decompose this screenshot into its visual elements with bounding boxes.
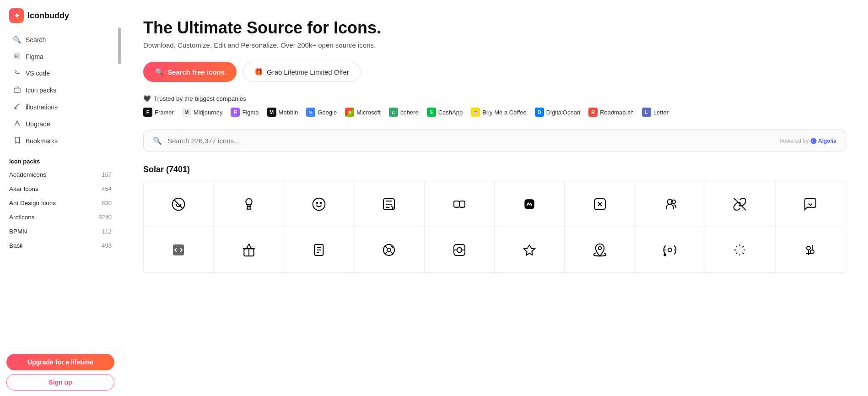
icon-search-bar[interactable]: 🔍 Powered by A Algolia <box>143 130 846 152</box>
figma-icon: F <box>13 53 21 60</box>
icon-cell-19[interactable] <box>705 227 775 273</box>
scrollbar-thumb[interactable] <box>118 27 121 64</box>
grab-lifetime-button[interactable]: 🎁 Grab Lifetime Limited Offer <box>243 62 361 82</box>
sidebar-item-label: illustrations <box>26 103 58 111</box>
icon-cell-15[interactable] <box>425 227 495 273</box>
icon-cell-17[interactable] <box>565 227 635 273</box>
icon-cell-18[interactable] <box>635 227 705 273</box>
trust-logo-cashapp: $ CashApp <box>427 108 463 117</box>
icon-cell-6[interactable] <box>495 181 565 227</box>
icon-cell-1[interactable] <box>144 181 214 227</box>
icon-cell-5[interactable] <box>425 181 495 227</box>
hero-subtitle: Download, Customize, Edit and Personaliz… <box>143 41 846 49</box>
icon-cell-9[interactable] <box>705 181 775 227</box>
svg-point-37 <box>598 246 601 250</box>
icon-cell-2[interactable] <box>214 181 284 227</box>
trust-logo-letter: L Letter <box>642 108 669 117</box>
pack-count: 157 <box>102 171 112 178</box>
pack-count: 454 <box>102 185 112 192</box>
pack-bpmn[interactable]: BPMN 112 <box>0 224 121 239</box>
pack-name: Arcticons <box>9 214 35 221</box>
hero-buttons: 🔍 Search free icons 🎁 Grab Lifetime Limi… <box>143 62 846 82</box>
hero-title: The Ultimate Source for Icons. <box>143 18 846 38</box>
trust-logo-digitalocean: D DigitalOcean <box>535 108 580 117</box>
digitalocean-logo: D <box>535 108 544 117</box>
icon-cell-7[interactable] <box>565 181 635 227</box>
pack-count: 493 <box>102 242 112 249</box>
trust-logo-roadmap: R Roadmap.sh <box>588 108 634 117</box>
gift-icon: 🎁 <box>254 68 263 76</box>
svg-rect-19 <box>459 201 465 207</box>
search-free-icons-button[interactable]: 🔍 Search free icons <box>143 62 237 82</box>
sidebar-item-figma[interactable]: F Figma <box>4 49 117 65</box>
sidebar-item-label: Search <box>26 36 46 43</box>
pack-akar[interactable]: Akar Icons 454 <box>0 182 121 196</box>
icon-cell-8[interactable] <box>635 181 705 227</box>
sidebar-item-label: Bookmarks <box>26 137 58 145</box>
icon-cell-14[interactable] <box>354 227 424 273</box>
trust-logo-figma: F Figma <box>231 108 259 117</box>
svg-point-34 <box>457 247 462 252</box>
upgrade-lifetime-button[interactable]: Upgrade for a lifetime <box>6 354 114 370</box>
lifetime-label: Grab Lifetime Limited Offer <box>267 68 349 76</box>
svg-point-41 <box>810 250 814 254</box>
pack-count: 830 <box>102 200 112 206</box>
trust-logo-mobbin: M Mobbin <box>267 108 298 117</box>
vscode-icon <box>13 69 21 77</box>
trust-logo-google: G Google <box>306 108 337 117</box>
main-content: The Ultimate Source for Icons. Download,… <box>121 0 868 396</box>
pack-name: Academicons <box>9 171 46 178</box>
mobbin-logo: M <box>267 108 276 117</box>
svg-point-38 <box>668 248 672 252</box>
svg-line-9 <box>174 200 183 208</box>
illustrations-icon <box>13 103 21 111</box>
trust-section: 🖤 Trusted by the biggest companies F Fra… <box>143 95 846 117</box>
svg-text:F: F <box>15 54 17 59</box>
sidebar-item-label: Figma <box>26 53 43 60</box>
sidebar: ✦ Iconbuddy 🔍 Search F Figma VS code Ico… <box>0 0 121 396</box>
icon-cell-20[interactable] <box>776 227 846 273</box>
microsoft-logo: ⊞ <box>345 108 354 117</box>
icon-cell-12[interactable] <box>214 227 284 273</box>
logo[interactable]: ✦ Iconbuddy <box>0 0 121 29</box>
framer-logo: F <box>143 108 152 117</box>
search-input[interactable] <box>167 137 780 145</box>
midjourney-logo: M <box>182 108 191 117</box>
sidebar-item-search[interactable]: 🔍 Search <box>4 32 117 48</box>
cashapp-logo: $ <box>427 108 436 117</box>
icon-cell-11[interactable] <box>144 227 214 273</box>
icon-cell-13[interactable] <box>284 227 354 273</box>
pack-basil[interactable]: Basil 493 <box>0 239 121 253</box>
search-bar-icon: 🔍 <box>153 136 162 145</box>
packs-list: Academicons 157 Akar Icons 454 Ant Desig… <box>0 168 121 348</box>
icon-cell-10[interactable] <box>776 181 846 227</box>
sidebar-item-upgrade[interactable]: Upgrade <box>4 116 117 132</box>
pack-name: Akar Icons <box>9 185 38 192</box>
logo-icon: ✦ <box>9 8 24 23</box>
icon-cell-4[interactable] <box>354 181 424 227</box>
pack-arcticons[interactable]: Arcticons 9240 <box>0 210 121 224</box>
sidebar-item-label: Icon packs <box>26 87 56 94</box>
svg-point-15 <box>317 202 318 204</box>
search-free-label: Search free icons <box>167 68 225 76</box>
icon-grid <box>143 181 846 273</box>
icon-cell-16[interactable] <box>495 227 565 273</box>
pack-ant-design[interactable]: Ant Design Icons 830 <box>0 196 121 210</box>
pack-academicons[interactable]: Academicons 157 <box>0 168 121 182</box>
signup-button[interactable]: Sign up <box>6 374 114 391</box>
icon-cell-3[interactable] <box>284 181 354 227</box>
trust-logo-cohere: c cohere <box>389 108 419 117</box>
sidebar-item-vscode[interactable]: VS code <box>4 65 117 81</box>
sidebar-item-icon-packs[interactable]: Icon packs <box>4 82 117 98</box>
sidebar-item-bookmarks[interactable]: Bookmarks <box>4 133 117 149</box>
svg-rect-3 <box>14 88 20 92</box>
sidebar-item-illustrations[interactable]: illustrations <box>4 99 117 115</box>
svg-point-40 <box>807 246 810 250</box>
cohere-logo: c <box>389 108 398 117</box>
heart-icon: 🖤 <box>143 95 151 102</box>
search-icon: 🔍 <box>155 68 164 76</box>
pack-name: BPMN <box>9 228 27 235</box>
icon-section-title: Solar (7401) <box>143 165 846 174</box>
icon-packs-title: Icon packs <box>0 152 121 168</box>
logo-text: Iconbuddy <box>27 11 69 21</box>
